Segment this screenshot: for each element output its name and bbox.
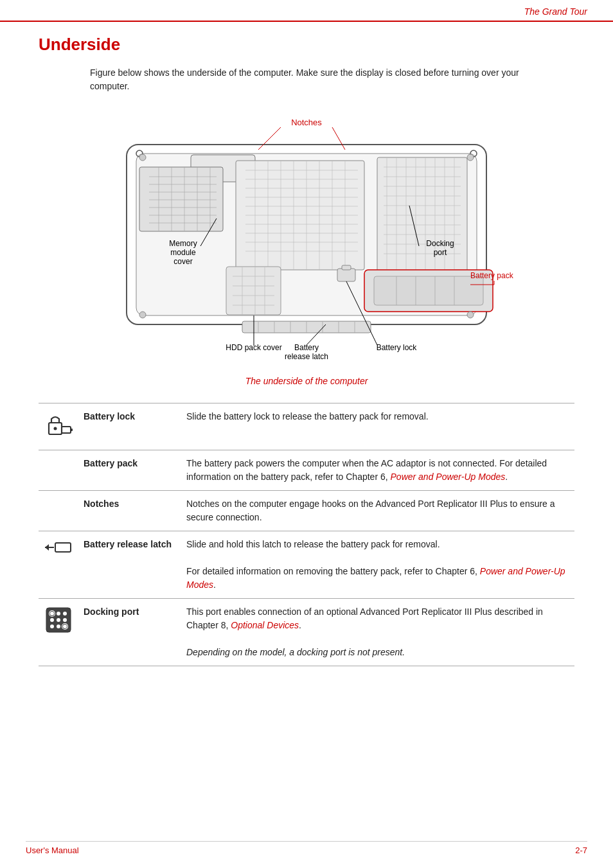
svg-point-113 (63, 612, 67, 616)
svg-text:release latch: release latch (285, 352, 328, 361)
svg-point-111 (50, 612, 54, 616)
table-row: Battery pack The battery pack powers the… (39, 450, 574, 491)
diagram-caption: The underside of the computer (245, 376, 368, 386)
svg-text:Battery: Battery (294, 343, 319, 352)
diagram-container: Notches Memory module cover Docking port… (39, 106, 574, 396)
feature-desc-notches: Notches on the computer engage hooks on … (181, 491, 574, 531)
main-content: Underside Figure below shows the undersi… (0, 22, 613, 679)
page-header: The Grand Tour (0, 0, 613, 22)
feature-name-battery-lock: Battery lock (78, 403, 181, 450)
svg-point-81 (467, 154, 474, 161)
table-row: Battery release latch Slide and hold thi… (39, 531, 574, 599)
feature-name-docking: Docking port (78, 599, 181, 666)
table-row: Docking port This port enables connectio… (39, 599, 574, 666)
label-notches: Notches (291, 118, 322, 127)
feature-name-notches: Notches (78, 491, 181, 531)
battery-release-icon-cell (39, 531, 78, 599)
footer-right: 2-7 (575, 846, 587, 855)
diagram-svg: Notches Memory module cover Docking port… (88, 106, 525, 376)
svg-point-104 (54, 427, 57, 430)
docking-port-icon-cell (39, 599, 78, 666)
header-title: The Grand Tour (524, 6, 587, 17)
svg-text:Battery lock: Battery lock (377, 343, 418, 352)
section-title: Underside (39, 35, 574, 55)
svg-text:Battery pack: Battery pack (470, 271, 514, 280)
battery-pack-icon-cell (39, 450, 78, 491)
feature-desc-battery-lock: Slide the battery lock to release the ba… (181, 403, 574, 450)
svg-text:cover: cover (173, 257, 192, 266)
svg-point-112 (57, 612, 60, 616)
battery-release-latch-icon (44, 538, 73, 557)
svg-point-119 (63, 624, 67, 628)
table-row: Battery lock Slide the battery lock to r… (39, 403, 574, 450)
svg-rect-109 (55, 543, 71, 552)
svg-rect-106 (71, 429, 73, 431)
feature-desc-docking: This port enables connection of an optio… (181, 599, 574, 666)
svg-marker-108 (45, 544, 49, 551)
svg-rect-60 (226, 267, 281, 315)
feature-desc-battery-release: Slide and hold this latch to release the… (181, 531, 574, 599)
svg-rect-105 (62, 427, 71, 433)
svg-point-80 (139, 154, 146, 161)
battery-pack-link[interactable]: Power and Power-Up Modes (391, 472, 506, 482)
docking-port-icon (44, 605, 73, 635)
table-row: Notches Notches on the computer engage h… (39, 491, 574, 531)
feature-desc-battery-pack: The battery pack powers the computer whe… (181, 450, 574, 491)
svg-point-79 (467, 312, 474, 318)
svg-rect-35 (377, 157, 467, 279)
features-table: Battery lock Slide the battery lock to r… (39, 403, 574, 666)
feature-name-battery-pack: Battery pack (78, 450, 181, 491)
feature-name-battery-release: Battery release latch (78, 531, 181, 599)
svg-text:Memory: Memory (169, 239, 197, 248)
svg-text:port: port (434, 248, 447, 257)
svg-text:module: module (170, 248, 196, 257)
svg-point-114 (50, 618, 54, 622)
svg-point-116 (63, 618, 67, 622)
page-footer: User's Manual 2-7 (26, 841, 587, 855)
battery-lock-icon-cell (39, 403, 78, 450)
intro-text: Figure below shows the underside of the … (90, 66, 527, 93)
battery-lock-icon (44, 410, 73, 439)
svg-rect-55 (374, 276, 483, 305)
svg-point-115 (57, 618, 60, 622)
svg-point-78 (139, 312, 146, 318)
footer-left: User's Manual (26, 846, 79, 855)
docking-link[interactable]: Optional Devices (231, 620, 299, 630)
svg-text:Docking: Docking (426, 239, 454, 248)
svg-point-118 (57, 624, 60, 628)
svg-point-117 (50, 624, 54, 628)
svg-rect-83 (342, 265, 351, 270)
notches-icon-cell (39, 491, 78, 531)
svg-rect-82 (337, 269, 355, 281)
